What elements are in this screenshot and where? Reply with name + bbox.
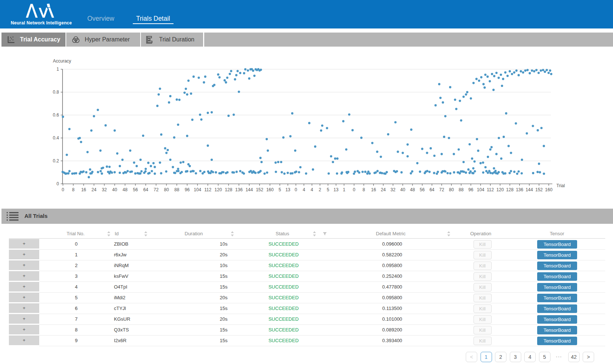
- svg-text:8: 8: [363, 187, 365, 192]
- svg-text:0: 0: [294, 187, 297, 192]
- svg-text:48: 48: [410, 187, 415, 192]
- svg-text:4: 4: [311, 187, 313, 192]
- svg-text:120: 120: [215, 187, 222, 192]
- svg-text:0.4: 0.4: [53, 135, 59, 141]
- svg-text:32: 32: [391, 187, 396, 192]
- svg-text:160: 160: [545, 187, 552, 192]
- svg-text:144: 144: [246, 187, 253, 192]
- svg-text:88: 88: [174, 187, 179, 192]
- svg-text:88: 88: [459, 187, 464, 192]
- svg-text:56: 56: [133, 187, 138, 192]
- svg-text:32: 32: [102, 187, 107, 192]
- svg-text:24: 24: [91, 187, 97, 192]
- svg-text:0: 0: [353, 187, 356, 192]
- svg-text:0: 0: [57, 181, 59, 186]
- svg-text:128: 128: [225, 187, 232, 192]
- svg-text:8: 8: [72, 187, 75, 192]
- svg-text:4: 4: [303, 187, 305, 192]
- svg-text:72: 72: [439, 187, 444, 192]
- svg-text:5: 5: [327, 187, 329, 192]
- svg-text:112: 112: [204, 187, 211, 192]
- svg-text:16: 16: [81, 187, 86, 192]
- svg-text:104: 104: [194, 187, 201, 192]
- svg-text:104: 104: [477, 187, 484, 192]
- svg-text:48: 48: [122, 187, 128, 192]
- svg-text:144: 144: [526, 187, 533, 192]
- svg-text:152: 152: [256, 187, 263, 192]
- svg-text:112: 112: [487, 187, 494, 192]
- svg-text:5: 5: [279, 187, 281, 192]
- svg-text:Accuracy: Accuracy: [53, 58, 71, 64]
- svg-text:16: 16: [371, 187, 376, 192]
- svg-text:72: 72: [154, 187, 159, 192]
- svg-text:0.6: 0.6: [53, 112, 59, 118]
- svg-text:1: 1: [343, 187, 346, 192]
- svg-text:2: 2: [319, 187, 321, 192]
- svg-text:120: 120: [496, 187, 504, 192]
- svg-text:40: 40: [112, 187, 117, 192]
- svg-text:96: 96: [468, 187, 474, 192]
- svg-text:24: 24: [381, 187, 386, 192]
- svg-text:0: 0: [62, 187, 64, 192]
- svg-text:1: 1: [57, 67, 59, 72]
- svg-text:136: 136: [235, 187, 243, 192]
- svg-text:0.2: 0.2: [53, 158, 59, 164]
- svg-text:80: 80: [449, 187, 454, 192]
- svg-text:Trial: Trial: [556, 183, 565, 188]
- svg-text:64: 64: [430, 187, 435, 192]
- svg-text:128: 128: [506, 187, 513, 192]
- svg-text:13: 13: [285, 187, 290, 192]
- svg-text:0.8: 0.8: [53, 90, 59, 95]
- svg-text:152: 152: [535, 187, 543, 192]
- svg-text:56: 56: [420, 187, 425, 192]
- svg-text:96: 96: [185, 187, 190, 192]
- svg-text:13: 13: [334, 187, 339, 192]
- svg-text:160: 160: [266, 187, 274, 192]
- svg-text:80: 80: [164, 187, 169, 192]
- svg-text:136: 136: [516, 187, 523, 192]
- svg-text:40: 40: [400, 187, 405, 192]
- svg-text:64: 64: [143, 187, 148, 192]
